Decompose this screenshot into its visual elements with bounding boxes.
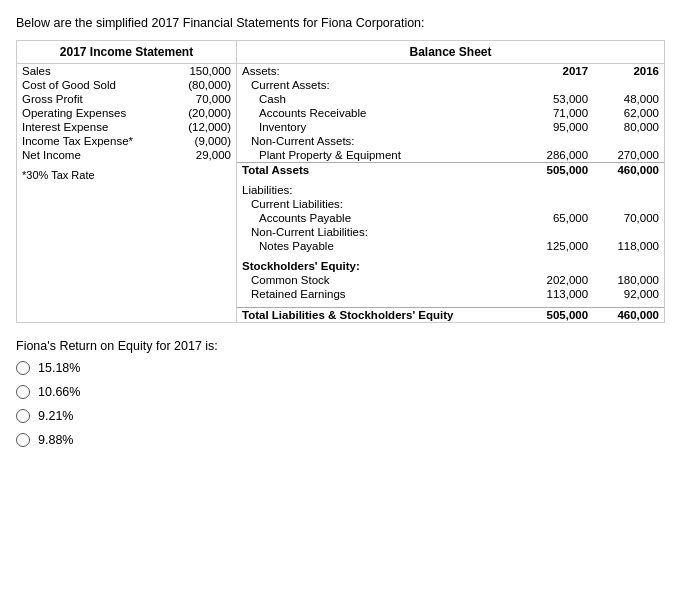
bs-value-cash-2017: 53,000 xyxy=(522,92,593,106)
bs-liabilities-header: Liabilities: xyxy=(237,183,664,197)
is-row-interest: Interest Expense (12,000) xyxy=(17,120,236,134)
bs-value-inventory-2016: 80,000 xyxy=(593,120,664,134)
bs-non-current-liabilities-label: Non-Current Liabilities: xyxy=(237,225,522,239)
bs-equity-label: Stockholders' Equity: xyxy=(237,259,522,273)
bs-current-liabilities-label: Current Liabilities: xyxy=(237,197,522,211)
radio-1[interactable] xyxy=(16,361,30,375)
radio-3[interactable] xyxy=(16,409,30,423)
bs-value-notes-payable-2017: 125,000 xyxy=(522,239,593,253)
option-2-label: 10.66% xyxy=(38,385,80,399)
bs-value-common-stock-2016: 180,000 xyxy=(593,273,664,287)
bs-assets-label: Assets: xyxy=(237,64,522,78)
bs-row-cash: Cash 53,000 48,000 xyxy=(237,92,664,106)
balance-sheet: Balance Sheet Assets: 2017 2016 Current … xyxy=(237,41,664,322)
is-value-sales: 150,000 xyxy=(168,64,236,78)
bs-label-ap: Accounts Payable xyxy=(237,211,522,225)
intro-text: Below are the simplified 2017 Financial … xyxy=(16,16,665,30)
bs-current-assets-header: Current Assets: xyxy=(237,78,664,92)
statements-container: 2017 Income Statement Sales 150,000 Cost… xyxy=(16,40,665,323)
bs-equity-header: Stockholders' Equity: xyxy=(237,259,664,273)
bs-value-common-stock-2017: 202,000 xyxy=(522,273,593,287)
bs-value-ap-2017: 65,000 xyxy=(522,211,593,225)
bs-row-inventory: Inventory 95,000 80,000 xyxy=(237,120,664,134)
is-row-tax: Income Tax Expense* (9,000) xyxy=(17,134,236,148)
bs-row-notes-payable: Notes Payable 125,000 118,000 xyxy=(237,239,664,253)
bs-liabilities-label: Liabilities: xyxy=(237,183,522,197)
radio-4[interactable] xyxy=(16,433,30,447)
is-row-cogs: Cost of Good Sold (80,000) xyxy=(17,78,236,92)
is-tax-note: *30% Tax Rate xyxy=(17,168,236,182)
bs-row-common-stock: Common Stock 202,000 180,000 xyxy=(237,273,664,287)
bs-label-cash: Cash xyxy=(237,92,522,106)
is-row-net-income: Net Income 29,000 xyxy=(17,148,236,162)
is-label-tax: Income Tax Expense* xyxy=(17,134,168,148)
bs-label-retained-earnings: Retained Earnings xyxy=(237,287,522,301)
bs-row-total-assets: Total Assets 505,000 460,000 xyxy=(237,163,664,178)
is-value-tax: (9,000) xyxy=(168,134,236,148)
option-1-label: 15.18% xyxy=(38,361,80,375)
bs-value-ppe-2016: 270,000 xyxy=(593,148,664,163)
is-value-gross-profit: 70,000 xyxy=(168,92,236,106)
bs-label-total-assets: Total Assets xyxy=(237,163,522,178)
question-text: Fiona's Return on Equity for 2017 is: xyxy=(16,339,665,353)
bs-value-total-liab-equity-2017: 505,000 xyxy=(522,308,593,323)
income-statement: 2017 Income Statement Sales 150,000 Cost… xyxy=(17,41,237,322)
is-row-sales: Sales 150,000 xyxy=(17,64,236,78)
is-label-interest: Interest Expense xyxy=(17,120,168,134)
options-section: Fiona's Return on Equity for 2017 is: 15… xyxy=(16,339,665,447)
income-statement-header: 2017 Income Statement xyxy=(17,41,236,64)
bs-non-current-label: Non-Current Assets: xyxy=(237,134,522,148)
option-3[interactable]: 9.21% xyxy=(16,409,665,423)
bs-value-total-liab-equity-2016: 460,000 xyxy=(593,308,664,323)
option-3-label: 9.21% xyxy=(38,409,73,423)
option-4-label: 9.88% xyxy=(38,433,73,447)
bs-value-total-assets-2017: 505,000 xyxy=(522,163,593,178)
bs-col-2016: 2016 xyxy=(593,64,664,78)
income-statement-table: Sales 150,000 Cost of Good Sold (80,000)… xyxy=(17,64,236,182)
option-2[interactable]: 10.66% xyxy=(16,385,665,399)
is-row-opex: Operating Expenses (20,000) xyxy=(17,106,236,120)
is-row-gross-profit: Gross Profit 70,000 xyxy=(17,92,236,106)
bs-current-assets-label: Current Assets: xyxy=(237,78,522,92)
is-label-net-income: Net Income xyxy=(17,148,168,162)
option-4[interactable]: 9.88% xyxy=(16,433,665,447)
bs-value-notes-payable-2016: 118,000 xyxy=(593,239,664,253)
bs-non-current-header: Non-Current Assets: xyxy=(237,134,664,148)
is-label-cogs: Cost of Good Sold xyxy=(17,78,168,92)
is-tax-note-row: *30% Tax Rate xyxy=(17,168,236,182)
bs-value-inventory-2017: 95,000 xyxy=(522,120,593,134)
bs-row-ar: Accounts Receivable 71,000 62,000 xyxy=(237,106,664,120)
bs-label-total-liab-equity: Total Liabilities & Stockholders' Equity xyxy=(237,308,522,323)
bs-row-total-liab-equity: Total Liabilities & Stockholders' Equity… xyxy=(237,308,664,323)
balance-sheet-header: Balance Sheet xyxy=(237,41,664,64)
bs-label-common-stock: Common Stock xyxy=(237,273,522,287)
is-label-gross-profit: Gross Profit xyxy=(17,92,168,106)
is-label-opex: Operating Expenses xyxy=(17,106,168,120)
bs-row-retained-earnings: Retained Earnings 113,000 92,000 xyxy=(237,287,664,301)
bs-label-notes-payable: Notes Payable xyxy=(237,239,522,253)
bs-non-current-liabilities-header: Non-Current Liabilities: xyxy=(237,225,664,239)
bs-value-ar-2016: 62,000 xyxy=(593,106,664,120)
bs-col-2017: 2017 xyxy=(522,64,593,78)
bs-value-retained-earnings-2017: 113,000 xyxy=(522,287,593,301)
bs-row-ap: Accounts Payable 65,000 70,000 xyxy=(237,211,664,225)
bs-value-cash-2016: 48,000 xyxy=(593,92,664,106)
bs-value-ppe-2017: 286,000 xyxy=(522,148,593,163)
bs-col-header-row: Assets: 2017 2016 xyxy=(237,64,664,78)
is-value-cogs: (80,000) xyxy=(168,78,236,92)
is-label-sales: Sales xyxy=(17,64,168,78)
bs-label-ar: Accounts Receivable xyxy=(237,106,522,120)
is-value-opex: (20,000) xyxy=(168,106,236,120)
balance-sheet-table: Assets: 2017 2016 Current Assets: Cash 5… xyxy=(237,64,664,322)
bs-row-ppe: Plant Property & Equipment 286,000 270,0… xyxy=(237,148,664,163)
option-1[interactable]: 15.18% xyxy=(16,361,665,375)
bs-value-retained-earnings-2016: 92,000 xyxy=(593,287,664,301)
bs-label-inventory: Inventory xyxy=(237,120,522,134)
bs-current-liabilities-header: Current Liabilities: xyxy=(237,197,664,211)
is-value-net-income: 29,000 xyxy=(168,148,236,162)
is-value-interest: (12,000) xyxy=(168,120,236,134)
bs-value-ar-2017: 71,000 xyxy=(522,106,593,120)
bs-value-ap-2016: 70,000 xyxy=(593,211,664,225)
radio-2[interactable] xyxy=(16,385,30,399)
bs-value-total-assets-2016: 460,000 xyxy=(593,163,664,178)
